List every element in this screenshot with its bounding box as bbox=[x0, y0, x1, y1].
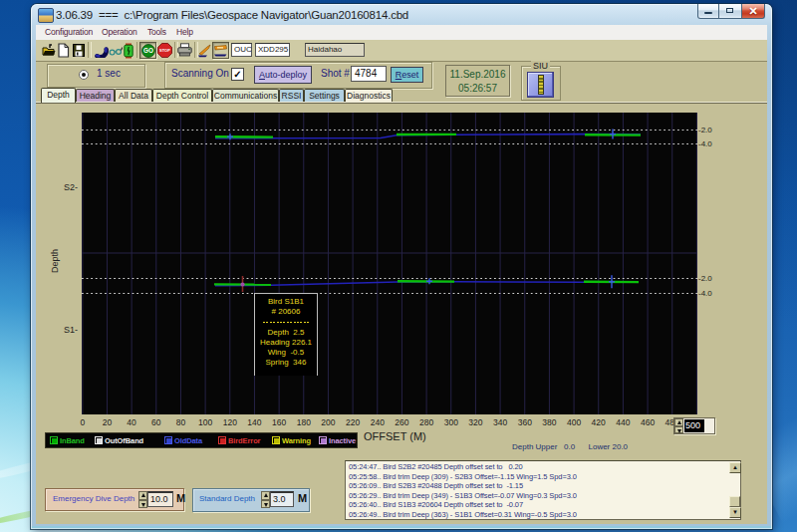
svg-text:GO: GO bbox=[143, 47, 153, 54]
svg-text:STOP: STOP bbox=[159, 48, 170, 53]
